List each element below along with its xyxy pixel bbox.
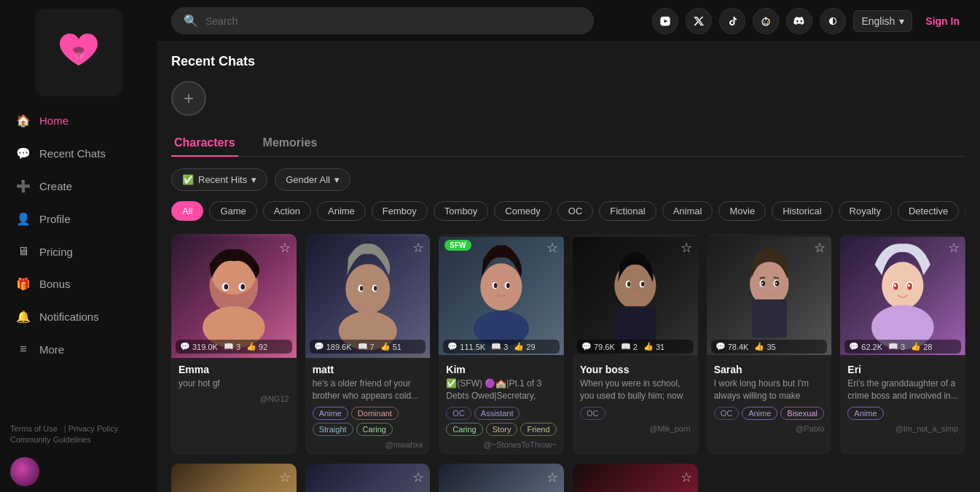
tag-hero[interactable]: Hero (965, 201, 965, 221)
sidebar-item-bonus[interactable]: 🎁 Bonus (6, 268, 151, 300)
svg-point-21 (374, 286, 377, 291)
new-chat-button[interactable]: + (171, 81, 206, 116)
gender-filter[interactable]: Gender All ▾ (275, 168, 350, 191)
tag-femboy[interactable]: Femboy (372, 201, 428, 221)
eri-name: Eri (847, 364, 958, 375)
chevron-down-icon: ▾ (899, 15, 904, 27)
bookmark-eri[interactable]: ☆ (948, 240, 960, 256)
bookmark-kim[interactable]: ☆ (546, 240, 558, 256)
search-bar[interactable]: 🔍 (171, 7, 594, 34)
bookmark-p3[interactable]: ☆ (546, 469, 558, 485)
tiktok-icon[interactable] (719, 8, 745, 34)
card-emma[interactable]: ☆ 💬 319.0K 📖 3 👍 92 Emma your hot gf @NG… (171, 234, 297, 455)
matt-tag-anime: Anime (313, 407, 348, 420)
card-placeholder-2[interactable]: ☆ (305, 464, 431, 492)
header-icons: English ▾ Sign In (652, 8, 965, 34)
community-link[interactable]: Community Guidelines (10, 435, 142, 444)
tag-comedy[interactable]: Comedy (494, 201, 551, 221)
kim-tag-oc: OC (446, 407, 471, 420)
bookmark-emma[interactable]: ☆ (279, 240, 291, 256)
boss-author: @Mik_porn (580, 424, 691, 433)
tag-anime[interactable]: Anime (317, 201, 366, 221)
privacy-link[interactable]: Privacy Policy (68, 424, 118, 433)
search-input[interactable] (205, 15, 581, 27)
tag-detective[interactable]: Detective (898, 201, 959, 221)
svg-point-20 (360, 286, 364, 291)
sidebar-item-pricing[interactable]: 🖥 Pricing (6, 236, 151, 267)
matt-desc: he's a older friend of your brother who … (313, 378, 423, 402)
sidebar-label-more: More (39, 343, 64, 356)
tag-animal[interactable]: Animal (662, 201, 713, 221)
sarah-tag-bisexual: Bisexual (780, 407, 824, 420)
bookmark-p1[interactable]: ☆ (279, 469, 291, 485)
card-your-boss[interactable]: ☆ 💬 79.6K 📖 2 👍 31 Your boss When you we… (573, 234, 698, 455)
sidebar-label-create: Create (39, 180, 72, 192)
language-selector[interactable]: English ▾ (853, 10, 912, 32)
youtube-icon[interactable] (652, 8, 678, 34)
sidebar-item-profile[interactable]: 👤 Profile (6, 203, 151, 235)
bookmark-matt[interactable]: ☆ (412, 240, 424, 256)
twitter-icon[interactable] (686, 8, 712, 34)
recent-hits-filter[interactable]: ✅ Recent Hits ▾ (171, 168, 267, 191)
discord-icon[interactable] (786, 8, 812, 34)
sidebar-item-more[interactable]: ≡ More (6, 334, 151, 364)
notifications-icon: 🔔 (16, 310, 31, 324)
card-boss-body: Your boss When you were in school, you u… (573, 358, 698, 439)
svg-point-56 (908, 284, 910, 287)
tag-action[interactable]: Action (263, 201, 311, 221)
matt-tag-straight: Straight (313, 423, 353, 436)
card-sarah[interactable]: ☆ 💬 78.4K 👍 35 Sarah I work long hours b… (707, 234, 832, 455)
tag-game[interactable]: Game (209, 201, 256, 221)
tag-historical[interactable]: Historical (772, 201, 832, 221)
card-emma-body: Emma your hot gf @NG12 (171, 358, 297, 409)
tag-movie[interactable]: Movie (718, 201, 766, 221)
matt-author: @mwahxx (313, 440, 423, 449)
bookmark-p2[interactable]: ☆ (412, 469, 424, 485)
card-placeholder-1[interactable]: ☆ (171, 464, 297, 492)
sidebar-item-recent-chats[interactable]: 💬 Recent Chats (6, 138, 151, 169)
avatar[interactable] (10, 457, 39, 486)
cards-grid: ☆ 💬 319.0K 📖 3 👍 92 Emma your hot gf @NG… (171, 234, 965, 455)
header: 🔍 English ▾ (157, 0, 980, 42)
svg-point-4 (767, 21, 769, 23)
card-placeholder-3[interactable]: ☆ (439, 464, 564, 492)
svg-point-36 (627, 281, 631, 286)
tab-characters[interactable]: Characters (171, 130, 238, 157)
svg-rect-40 (752, 300, 787, 337)
tag-all[interactable]: All (171, 201, 203, 221)
card-eri[interactable]: ☆ 💬 62.2K 📖 3 👍 28 Eri Eri's the grandda… (840, 234, 965, 455)
chevron-down-icon: ▾ (251, 174, 256, 185)
tags-row: All Game Action Anime Femboy Tomboy Come… (171, 201, 965, 221)
eri-desc: Eri's the granddaughter of a crime boss … (847, 378, 958, 402)
tag-fictional[interactable]: Fictional (599, 201, 656, 221)
bookmark-sarah[interactable]: ☆ (814, 240, 826, 256)
sidebar-item-create[interactable]: ➕ Create (6, 171, 151, 202)
card-sarah-body: Sarah I work long hours but I'm always w… (707, 358, 832, 439)
tag-tomboy[interactable]: Tomboy (434, 201, 489, 221)
kim-tag-friend: Friend (520, 423, 556, 436)
sidebar-item-home[interactable]: 🏠 Home (6, 105, 151, 136)
placeholder-img-3 (439, 464, 564, 492)
logo-icon (50, 23, 108, 82)
terms-link[interactable]: Terms of Use (10, 424, 58, 433)
bookmark-boss[interactable]: ☆ (681, 240, 692, 256)
tab-memories[interactable]: Memories (260, 130, 321, 157)
gender-all-label: Gender All (286, 174, 330, 185)
card-placeholder-4[interactable]: ☆ (573, 464, 698, 492)
tag-oc[interactable]: OC (557, 201, 594, 221)
matt-likes: 👍 51 (380, 342, 401, 351)
card-matt[interactable]: ☆ 💬 189.6K 📖 7 👍 51 matt he's a older fr… (305, 234, 431, 455)
tag-royalty[interactable]: Royalty (839, 201, 892, 221)
emma-author: @NG12 (179, 394, 289, 403)
svg-point-55 (894, 284, 896, 287)
theme-toggle-icon[interactable] (820, 8, 846, 34)
sidebar-item-notifications[interactable]: 🔔 Notifications (6, 301, 151, 332)
card-kim[interactable]: SFW ☆ 💬 111.5K 📖 3 👍 29 Kim ✅(SFW) 🟣🏫|Pt… (439, 234, 564, 455)
sign-in-button[interactable]: Sign In (920, 11, 965, 31)
footer-divider: | (64, 424, 66, 433)
svg-point-28 (494, 283, 498, 288)
eri-books: 📖 3 (888, 342, 905, 351)
svg-point-37 (641, 281, 645, 286)
bookmark-p4[interactable]: ☆ (681, 469, 692, 485)
reddit-icon[interactable] (753, 8, 779, 34)
